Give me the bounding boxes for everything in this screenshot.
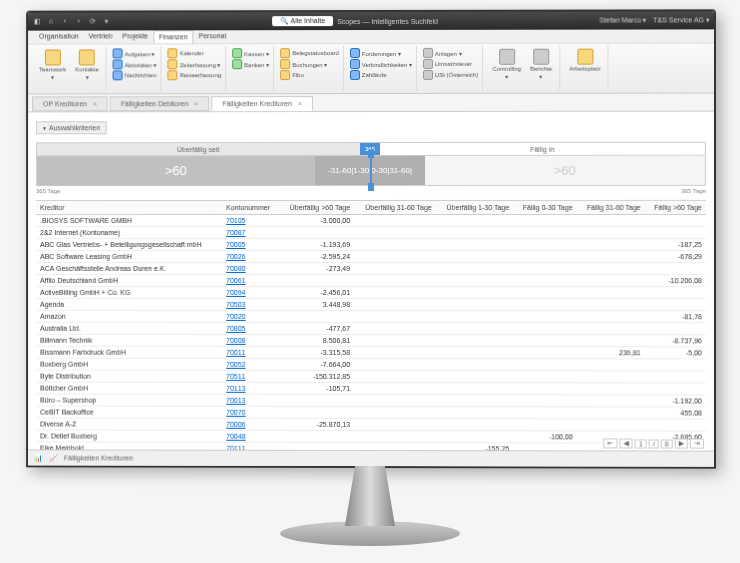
kontonummer-cell[interactable]: 70070 [222, 406, 279, 418]
teamwork-button[interactable]: Teamwork▾ [36, 49, 69, 82]
menu-vertrieb[interactable]: Vertrieb [83, 30, 117, 43]
table-row[interactable]: Amazon70020-81,78 [36, 310, 706, 322]
kontonummer-cell[interactable]: 70020 [222, 310, 279, 322]
close-icon[interactable]: × [93, 100, 97, 107]
kontonummer-cell[interactable]: 70013 [222, 394, 279, 406]
buchungen-button[interactable]: Buchungen ▾ [280, 59, 339, 69]
timeline-seg-due[interactable]: >60 [425, 156, 705, 185]
global-search[interactable]: 🔍 Alle Inhalte [272, 16, 333, 26]
next-page-icon[interactable]: ▶ [675, 439, 688, 449]
dropdown-icon[interactable]: ▾ [102, 18, 112, 26]
table-row[interactable]: ABC Glas Vertriebs- + Beteiligungsgesell… [36, 238, 706, 250]
column-header[interactable]: Fällig >60 Tage [645, 201, 706, 215]
tab-faelligkeiten-kreditoren[interactable]: Fälligkeiten Kreditoren× [211, 96, 313, 111]
kontakte-button[interactable]: Kontakte▾ [72, 48, 102, 81]
column-header[interactable]: Fällig 31-60 Tage [577, 201, 645, 215]
table-row[interactable]: Billmann Technik700088.506,81-8.737,96 [36, 334, 706, 347]
banken-button[interactable]: Banken ▾ [232, 59, 269, 69]
ust-button[interactable]: USt (Österreich) [423, 70, 478, 80]
kontonummer-cell[interactable]: 70011 [222, 346, 279, 358]
aufgaben-button[interactable]: Aufgaben ▾ [113, 48, 157, 58]
forward-icon[interactable]: › [74, 18, 84, 26]
table-row[interactable]: Böttcher GmbH70113-105,71 [36, 382, 706, 395]
forderungen-button[interactable]: Forderungen ▾ [350, 48, 412, 58]
arbeitsplatz-button[interactable]: Arbeitsplatz [566, 48, 603, 73]
menu-organisation[interactable]: Organisation [34, 31, 83, 44]
menu-projekte[interactable]: Projekte [117, 30, 153, 43]
kontonummer-cell[interactable]: 70805 [222, 322, 279, 334]
close-icon[interactable]: × [298, 100, 302, 107]
kontonummer-cell[interactable]: 70005 [222, 239, 279, 251]
titlebar-quick-icons[interactable]: ◧ ⌂ ‹ › ⟳ ▾ [32, 18, 112, 26]
table-row[interactable]: Byte Distribution70511-150.312,85 [36, 370, 706, 383]
kontonummer-cell[interactable]: 70105 [222, 215, 279, 227]
aktivitaeten-button[interactable]: Aktivitäten ▾ [113, 59, 157, 69]
kontonummer-cell[interactable]: 70061 [222, 274, 279, 286]
verbindlichkeiten-button[interactable]: Verbindlichkeiten ▾ [350, 59, 412, 69]
kontonummer-cell[interactable]: 70113 [222, 382, 279, 394]
table-row[interactable]: ACA Geschäftsstelle Andreas Duren e.K.70… [36, 262, 706, 274]
kontonummer-cell[interactable]: 70026 [222, 250, 279, 262]
table-row[interactable]: Agenda705033.448,98 [36, 298, 706, 310]
belegstatusboard-button[interactable]: Belegstatusboard [280, 48, 339, 58]
reiseerfassung-button[interactable]: Reiseerfassung [168, 70, 222, 80]
home-icon[interactable]: ⌂ [46, 18, 56, 26]
nachrichten-button[interactable]: Nachrichten [113, 70, 157, 80]
table-row[interactable]: CeBIT Backoffice70070455,08 [36, 406, 706, 419]
page-navigator[interactable]: ⇤ ◀ 1 / 8 ▶ ⇥ [604, 438, 704, 448]
table-row[interactable]: Bissmann Farbdruck GmbH70011-3.315,58236… [36, 346, 706, 359]
column-header[interactable]: Überfällig 1-30 Tage [436, 201, 514, 215]
table-row[interactable]: ABC Software Leasing GmbH70026-2.595,24-… [36, 250, 706, 262]
tab-faelligkeiten-debitoren[interactable]: Fälligkeiten Debitoren× [110, 96, 209, 111]
timeline-seg-overdue[interactable]: >60 [37, 156, 315, 185]
table-row[interactable]: Büro – Supershop70013-1.192,00 [36, 394, 706, 407]
company-menu[interactable]: T&S Service AG ▾ [653, 16, 710, 24]
auswahlkriterien-button[interactable]: ▾Auswahlkriterien [36, 121, 107, 134]
table-row[interactable]: Boxberg GmbH70052-7.664,00 [36, 358, 706, 371]
fibu-button[interactable]: Fibu [280, 70, 339, 80]
kontonummer-cell[interactable]: 70048 [222, 430, 279, 442]
berichte-button[interactable]: Berichte▾ [527, 48, 555, 81]
kontonummer-cell[interactable]: 70087 [222, 227, 279, 239]
kassen-button[interactable]: Kassen ▾ [232, 48, 269, 58]
prev-page-icon[interactable]: ◀ [620, 438, 633, 448]
data-grid[interactable]: KreditorKontonummerÜberfällig >60 TageÜb… [36, 200, 706, 461]
umsatzsteuer-button[interactable]: Umsatzsteuer [423, 59, 478, 69]
column-header[interactable]: Kreditor [36, 201, 222, 215]
kontonummer-cell[interactable]: 70094 [222, 286, 279, 298]
controlling-button[interactable]: Controlling▾ [489, 48, 524, 81]
anlagen-button[interactable]: Anlagen ▾ [423, 48, 478, 58]
tab-op-kreditoren[interactable]: OP Kreditoren× [32, 96, 108, 111]
back-icon[interactable]: ‹ [60, 18, 70, 26]
column-header[interactable]: Überfällig 31-60 Tage [354, 201, 436, 215]
search-scope[interactable]: Scopes — Intelligentes Suchfeld [337, 17, 438, 24]
column-header[interactable]: Überfällig >60 Tage [279, 201, 354, 215]
menu-finanzen[interactable]: Finanzen [153, 30, 194, 43]
table-row[interactable]: Australia Ltd.70805-477,67 [36, 322, 706, 335]
zahllaeufe-button[interactable]: Zahlläufe [350, 70, 412, 80]
zeiterfassung-button[interactable]: Zeiterfassung ▾ [168, 59, 222, 69]
table-row[interactable]: 2&2 Internet (Kontoname)70087 [36, 226, 706, 238]
app-icon[interactable]: ◧ [32, 18, 42, 26]
table-row[interactable]: Affilo Deutschland GmbH70061-10.206,08 [36, 274, 706, 286]
user-menu[interactable]: Stefan Marco ▾ [599, 16, 647, 24]
timeline-marker[interactable] [370, 154, 372, 187]
close-icon[interactable]: × [194, 100, 198, 107]
column-header[interactable]: Fällig 0-30 Tage [513, 201, 576, 215]
table-row[interactable]: Diverse A-Z70006-25.870,13 [36, 418, 706, 431]
kontonummer-cell[interactable]: 70511 [222, 370, 279, 382]
kontonummer-cell[interactable]: 70008 [222, 334, 279, 346]
table-row[interactable]: ActiveBilling GmbH + Co. KG70094-2.456,0… [36, 286, 706, 298]
last-page-icon[interactable]: ⇥ [690, 439, 704, 449]
refresh-icon[interactable]: ⟳ [88, 18, 98, 26]
column-header[interactable]: Kontonummer [222, 201, 279, 215]
kontonummer-cell[interactable]: 70080 [222, 262, 279, 274]
menu-personal[interactable]: Personal [194, 30, 232, 43]
timeline-bar[interactable]: >60 -31-60|1-30|0-30|31-60| >60 [36, 156, 706, 186]
kontonummer-cell[interactable]: 70503 [222, 298, 279, 310]
table-row[interactable]: .BIOSYS SOFTWARE GMBH70105-3.000,00 [36, 214, 706, 226]
kontonummer-cell[interactable]: 70006 [222, 418, 279, 430]
kontonummer-cell[interactable]: 70052 [222, 358, 279, 370]
first-page-icon[interactable]: ⇤ [604, 438, 618, 448]
kalender-button[interactable]: Kalender [168, 48, 222, 58]
